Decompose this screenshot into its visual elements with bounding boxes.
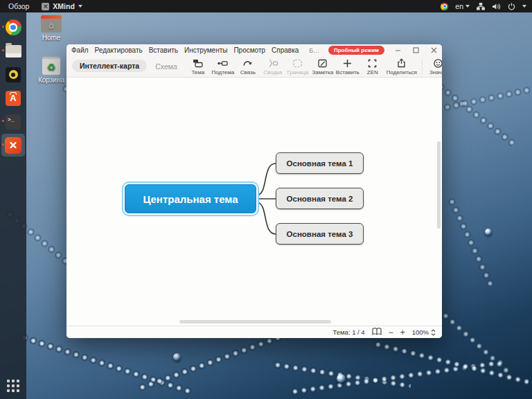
toolbar-marker-button[interactable]: Значок (426, 57, 442, 76)
dock-item-ubuntu-software[interactable]: A (1, 87, 25, 109)
wallpaper-droplet-strand (19, 332, 193, 396)
main-topic-2[interactable]: Основная тема 2 (276, 188, 364, 209)
mindmap-canvas[interactable]: Центральная тема Основная тема 1 Основна… (66, 78, 442, 326)
desktop-icon-label: Home (42, 34, 61, 42)
xmind-window: Файл Редактировать Вставить Инструменты … (66, 44, 442, 338)
trash-icon: ♻ (42, 57, 60, 75)
dock: A >_ ✕ (0, 12, 26, 399)
menu-help[interactable]: Справка (272, 46, 299, 54)
power-icon[interactable] (508, 3, 515, 10)
wallpaper-droplet (337, 374, 346, 383)
zoom-level-value: 100% (412, 328, 429, 336)
dock-item-terminal[interactable]: >_ (1, 110, 25, 133)
toolbar-boundary-button[interactable]: Граница (285, 57, 310, 76)
desktop-icon-label: Корзина (38, 76, 64, 84)
menu-tools[interactable]: Инструменты (184, 46, 227, 54)
menu-file[interactable]: Файл (71, 46, 89, 54)
toolbar-topic-button[interactable]: Тема (186, 57, 211, 76)
keyboard-layout-label: en (455, 2, 463, 10)
toolbar-relationship-button[interactable]: Связь (236, 57, 260, 76)
ubuntu-software-icon: A (6, 91, 21, 106)
toolbar-insert-button[interactable]: Вставить (335, 57, 360, 76)
document-title: Без названия.xmind (309, 47, 322, 54)
toolbar-subtopic-button[interactable]: Подтема (211, 57, 236, 76)
show-applications-button[interactable] (7, 380, 19, 392)
close-button[interactable] (431, 47, 437, 53)
toolbar-note-button[interactable]: Заметка (310, 57, 335, 76)
dock-item-xmind[interactable]: ✕ (1, 134, 25, 157)
toolbar-zen-button[interactable]: ZEN (360, 57, 385, 76)
chevron-down-icon (466, 5, 470, 8)
speaker-icon (6, 67, 21, 82)
desktop-icon-home[interactable]: ⌂ Home (35, 15, 67, 42)
dock-item-media-player[interactable] (1, 63, 25, 86)
tab-outline[interactable]: Схема (155, 62, 177, 71)
zoom-level-control[interactable]: 100% (412, 328, 436, 336)
chrome-indicator-icon[interactable] (441, 3, 448, 10)
running-indicator (2, 120, 4, 122)
maximize-button[interactable] (413, 47, 419, 53)
dock-item-files[interactable] (1, 39, 25, 62)
terminal-icon: >_ (6, 114, 21, 130)
running-indicator (2, 49, 4, 51)
topic-counter: Тема: 1 / 4 (333, 328, 365, 336)
app-menu-button[interactable]: ✕ XMind (37, 2, 87, 10)
dock-item-chrome[interactable] (1, 16, 25, 39)
keyboard-layout-indicator[interactable]: en (455, 2, 470, 10)
zoom-in-button[interactable]: + (400, 328, 405, 337)
main-topic-1[interactable]: Основная тема 1 (276, 152, 364, 174)
window-controls (391, 47, 437, 53)
zoom-out-button[interactable]: − (389, 328, 393, 337)
running-indicator (2, 143, 4, 145)
gnome-top-bar: Обзор ✕ XMind en (0, 0, 532, 12)
toolbar: Интеллект-карта Схема Тема Подтема Связь… (66, 56, 442, 78)
status-bar: Тема: 1 / 4 − + 100% (66, 326, 442, 338)
chrome-icon (6, 19, 21, 35)
toolbar-share-button[interactable]: Поделиться (385, 57, 418, 76)
main-topic-3[interactable]: Основная тема 3 (276, 223, 364, 245)
menu-view[interactable]: Просмотр (233, 46, 265, 54)
running-indicator (2, 26, 4, 28)
wallpaper-droplet (485, 229, 492, 236)
toolbar-summary-button[interactable]: Сводка (260, 57, 285, 76)
stepper-arrows-icon (431, 329, 436, 336)
xmind-mini-icon: ✕ (42, 3, 49, 10)
chevron-down-icon[interactable] (522, 5, 526, 8)
toolbar-separator (422, 59, 423, 74)
trial-mode-badge[interactable]: Пробный режим (328, 46, 384, 55)
home-folder-icon: ⌂ (41, 15, 62, 33)
menu-edit[interactable]: Редактировать (95, 46, 143, 54)
desktop-icon-trash[interactable]: ♻ Корзина (35, 57, 67, 84)
central-topic[interactable]: Центральная тема (125, 184, 256, 213)
app-menu-label: XMind (53, 2, 75, 10)
sheet-overview-icon[interactable] (372, 328, 382, 337)
horizontal-scrollbar[interactable] (179, 320, 331, 323)
wallpaper-droplet-strand (447, 196, 495, 287)
volume-icon[interactable] (492, 3, 501, 10)
files-icon (6, 45, 21, 57)
menu-insert[interactable]: Вставить (149, 46, 178, 54)
minimize-button[interactable] (395, 47, 401, 53)
xmind-icon: ✕ (5, 137, 21, 154)
network-icon[interactable] (477, 3, 485, 10)
menu-bar: Файл Редактировать Вставить Инструменты … (66, 44, 442, 56)
activities-button[interactable]: Обзор (0, 2, 37, 10)
vertical-scrollbar[interactable] (437, 141, 441, 229)
chevron-down-icon (78, 5, 82, 8)
wallpaper-droplet (173, 353, 181, 361)
tab-mind-map[interactable]: Интеллект-карта (72, 60, 147, 72)
